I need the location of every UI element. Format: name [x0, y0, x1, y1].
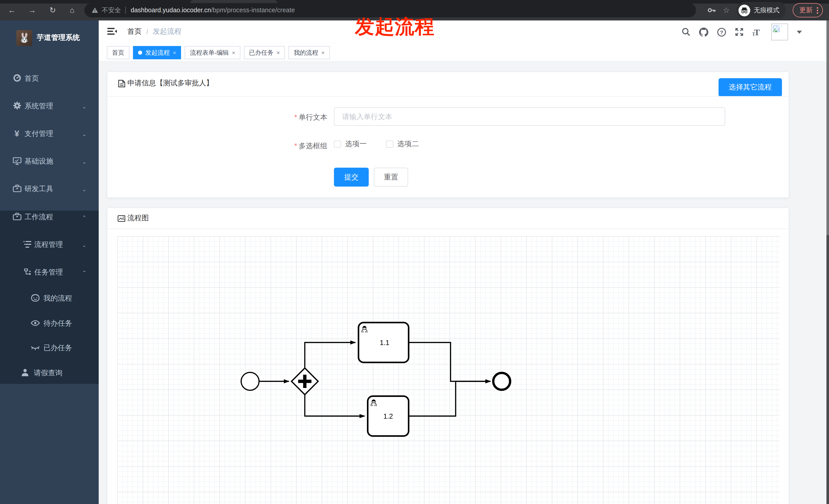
browser-menu-dots-icon[interactable]	[817, 6, 818, 14]
sidebar-item-task-mgmt[interactable]: 任务管理 ⌃	[0, 260, 99, 285]
tag-label: 我的流程	[294, 48, 318, 57]
sidebar-item-label: 基础设施	[25, 157, 53, 166]
broken-image-icon	[773, 25, 782, 32]
browser-controls: ☆ 无痕模式 更新	[708, 3, 823, 17]
update-button[interactable]: 更新	[793, 3, 823, 17]
sidebar-item-label: 请假查询	[34, 369, 62, 378]
url-divider	[125, 7, 125, 14]
bookmark-star-icon[interactable]: ☆	[723, 6, 730, 15]
font-size-icon[interactable]: TT	[752, 28, 762, 36]
diagram-card-title: 流程图	[127, 214, 149, 223]
diagram-card-header: 流程图	[118, 214, 149, 223]
chevron-up-icon: ⌃	[82, 270, 86, 275]
text-field-label: *单行文本	[261, 113, 327, 122]
sidebar-item-home[interactable]: 首页	[0, 66, 99, 91]
sidebar-item-label: 支付管理	[25, 129, 53, 139]
application-window: ← → ↻ ⌂ 不安全 dashboard.yudao.iocoder.cn/b…	[0, 0, 829, 504]
tag-my-process[interactable]: 我的流程 ×	[289, 46, 330, 59]
card-header-divider	[107, 229, 789, 229]
submit-button[interactable]: 提交	[334, 168, 369, 187]
sidebar-item-infra[interactable]: 基础设施 ⌄	[0, 149, 99, 174]
eye-icon	[31, 319, 40, 328]
tag-done-tasks[interactable]: 已办任务 ×	[244, 46, 285, 59]
application-form-card: 申请信息【测试多审批人】 选择其它流程 *单行文本 *多选框组 选项一 选	[107, 72, 789, 198]
browser-forward-icon[interactable]: →	[27, 5, 38, 16]
bpmn-user-task-2: 1.2	[368, 396, 409, 436]
close-icon[interactable]: ×	[321, 49, 325, 56]
tag-create-process[interactable]: 发起流程 ×	[133, 46, 181, 59]
security-label[interactable]: 不安全	[102, 6, 121, 14]
bpmn-parallel-gateway	[291, 368, 318, 395]
tag-form-edit[interactable]: 流程表单-编辑 ×	[185, 46, 240, 59]
sidebar-header[interactable]: 🐰 芋道管理系统	[0, 26, 99, 50]
breadcrumb-current: 发起流程	[153, 27, 182, 36]
bpmn-diagram: 1.1 1.2	[117, 236, 780, 504]
chevron-down-icon: ⌄	[82, 186, 86, 192]
help-icon[interactable]: ?	[717, 27, 726, 37]
sidebar-item-label: 已办任务	[43, 344, 72, 353]
choose-other-process-button[interactable]: 选择其它流程	[719, 78, 782, 96]
sidebar-item-label: 流程管理	[34, 240, 63, 249]
chevron-down-icon: ⌄	[82, 159, 86, 164]
yen-icon: ¥	[12, 129, 22, 139]
breadcrumb-home[interactable]: 首页	[127, 27, 142, 36]
chevron-down-icon: ⌄	[82, 131, 86, 137]
svg-text:T: T	[752, 31, 755, 36]
browser-home-icon[interactable]: ⌂	[67, 5, 78, 16]
face-icon	[31, 294, 40, 303]
checkbox-option-1[interactable]: 选项一	[334, 140, 367, 149]
scrollbar-thumb[interactable]	[826, 21, 829, 235]
sidebar-item-todo-tasks[interactable]: 待办任务	[0, 311, 99, 336]
checkbox-label: 选项一	[345, 140, 367, 149]
sidebar-item-devtools[interactable]: 研发工具 ⌄	[0, 176, 99, 202]
header-icons: ? TT	[682, 24, 802, 40]
search-icon[interactable]	[682, 28, 690, 36]
sidebar-item-my-process[interactable]: 我的流程	[0, 286, 99, 311]
tag-label: 流程表单-编辑	[190, 48, 229, 57]
close-icon[interactable]: ×	[277, 49, 280, 56]
fullscreen-icon[interactable]	[735, 28, 744, 36]
tag-label: 发起流程	[145, 48, 170, 57]
sidebar-item-done-tasks[interactable]: 已办任务	[0, 335, 99, 361]
page-header: 首页 / 发起流程 ? TT	[99, 21, 829, 43]
sidebar-item-process-mgmt[interactable]: 流程管理 ⌄	[0, 232, 99, 258]
browser-reload-icon[interactable]: ↻	[47, 5, 58, 16]
chevron-down-icon: ⌄	[82, 104, 86, 109]
url-host: dashboard.yudao.iocoder.cn	[131, 7, 211, 14]
sidebar-item-workflow[interactable]: 工作流程 ⌃	[0, 204, 99, 230]
sidebar-item-leave-query[interactable]: 请假查询	[0, 360, 99, 386]
toolbox-icon	[12, 212, 22, 222]
chevron-down-icon[interactable]	[797, 30, 802, 34]
sidebar-item-label: 系统管理	[25, 102, 53, 111]
close-icon[interactable]: ×	[232, 49, 235, 56]
key-icon[interactable]	[708, 8, 716, 13]
svg-text:?: ?	[720, 29, 723, 35]
browser-back-icon[interactable]: ←	[6, 5, 17, 16]
bpmn-canvas[interactable]: 1.1 1.2	[117, 236, 780, 504]
checkbox-icon[interactable]	[334, 141, 341, 148]
required-asterisk: *	[294, 142, 297, 150]
sidebar-item-system[interactable]: 系统管理 ⌄	[0, 93, 99, 119]
sidebar-item-label: 我的流程	[43, 294, 72, 303]
breadcrumb: 首页 / 发起流程	[127, 27, 182, 36]
main-content: 申请信息【测试多审批人】 选择其它流程 *单行文本 *多选框组 选项一 选	[99, 61, 829, 504]
bpmn-user-task-1: 1.1	[359, 322, 409, 362]
sidebar-item-payment[interactable]: ¥ 支付管理 ⌄	[0, 121, 99, 147]
reset-button[interactable]: 重置	[374, 168, 408, 187]
sidebar-collapse-icon[interactable]	[107, 28, 117, 35]
incognito-badge: 无痕模式	[737, 2, 786, 18]
checkbox-option-2[interactable]: 选项二	[386, 140, 419, 149]
checkbox-icon[interactable]	[386, 141, 393, 148]
single-line-text-input[interactable]	[334, 107, 725, 126]
tag-home[interactable]: 首页	[107, 46, 130, 59]
url-path: /bpm/process-instance/create	[211, 7, 295, 14]
avatar[interactable]	[771, 24, 788, 40]
task-label: 1.2	[383, 413, 393, 420]
task-label: 1.1	[380, 339, 390, 347]
checkbox-label: 选项二	[397, 140, 419, 149]
github-icon[interactable]	[699, 27, 708, 37]
page-scrollbar[interactable]	[826, 21, 829, 504]
checkbox-group-label: *多选框组	[261, 142, 327, 151]
close-icon[interactable]: ×	[173, 49, 176, 56]
dashboard-icon	[12, 74, 22, 84]
